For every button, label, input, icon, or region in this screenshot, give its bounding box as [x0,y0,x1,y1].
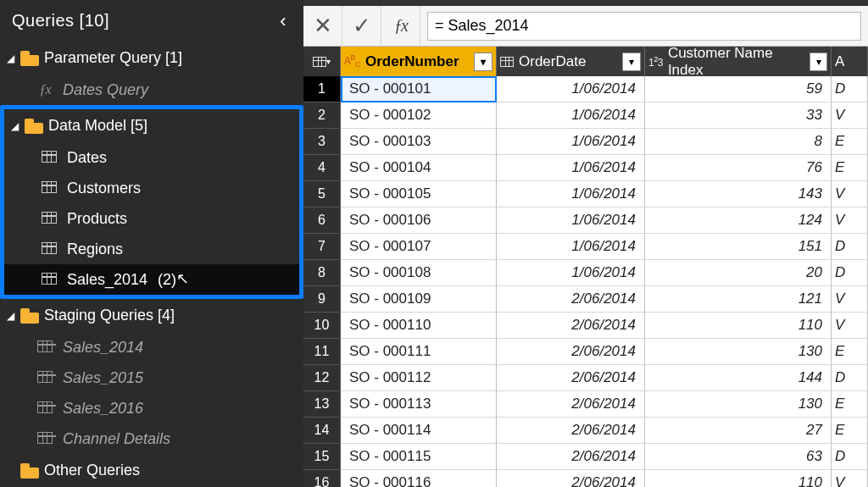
query-item[interactable]: Products [4,203,299,234]
accept-formula-button[interactable]: ✓ [342,6,381,46]
query-item[interactable]: Customers [4,173,299,203]
table-row[interactable]: 1SO - 0001011/06/201459D [303,76,868,102]
table-row[interactable]: 5SO - 0001051/06/2014143V [303,181,868,208]
query-item[interactable]: Dates [4,142,299,173]
cell[interactable]: SO - 000113 [341,391,497,418]
cell[interactable]: 124 [645,208,832,234]
cell[interactable]: V [832,208,868,234]
cell[interactable]: D [832,260,868,286]
group-2[interactable]: ◢Staging Queries [4] [0,299,303,332]
table-row[interactable]: 12SO - 0001122/06/2014144D [303,365,868,391]
row-number[interactable]: 5 [303,181,341,208]
formula-input[interactable] [427,12,861,41]
row-number[interactable]: 13 [303,391,341,418]
row-number[interactable]: 8 [303,260,341,286]
cell[interactable]: 1/06/2014 [497,234,645,260]
cell[interactable]: 1/06/2014 [497,208,645,234]
cell[interactable]: E [832,339,868,365]
table-row[interactable]: 10SO - 0001102/06/2014110V [303,313,868,339]
cell[interactable]: 2/06/2014 [497,470,645,487]
table-row[interactable]: 3SO - 0001031/06/20148E [303,129,868,155]
column-header-orderdate[interactable]: OrderDate ▾ [497,47,645,76]
cell[interactable]: 130 [645,391,832,418]
cell[interactable]: 1/06/2014 [497,181,645,208]
cell[interactable]: 2/06/2014 [497,286,645,313]
select-all-button[interactable]: ▾ [303,47,341,76]
table-row[interactable]: 15SO - 0001152/06/201463D [303,444,868,470]
cell[interactable]: 33 [645,102,832,129]
row-number[interactable]: 11 [303,339,341,365]
table-row[interactable]: 7SO - 0001071/06/2014151D [303,234,868,260]
cell[interactable]: 76 [645,155,832,181]
cell[interactable]: SO - 000114 [341,418,497,444]
row-number[interactable]: 14 [303,418,341,444]
row-number[interactable]: 16 [303,470,341,487]
cell[interactable]: 110 [645,313,832,339]
cell[interactable]: V [832,102,868,129]
cell[interactable]: SO - 000116 [341,470,497,487]
cell[interactable]: 27 [645,418,832,444]
cell[interactable]: SO - 000108 [341,260,497,286]
filter-dropdown-icon[interactable]: ▾ [622,53,641,71]
cell[interactable]: SO - 000102 [341,102,497,129]
cell[interactable]: V [832,286,868,313]
cell[interactable]: E [832,418,868,444]
table-row[interactable]: 13SO - 0001132/06/2014130E [303,391,868,418]
cell[interactable]: D [832,444,868,470]
table-row[interactable]: 8SO - 0001081/06/201420D [303,260,868,286]
row-number[interactable]: 7 [303,234,341,260]
cell[interactable]: 121 [645,286,832,313]
group-0[interactable]: ◢Parameter Query [1] [0,42,303,75]
filter-dropdown-icon[interactable]: ▾ [810,53,827,71]
cell[interactable]: 8 [645,129,832,155]
cell[interactable]: D [832,234,868,260]
table-row[interactable]: 14SO - 0001142/06/201427E [303,418,868,444]
cell[interactable]: SO - 000110 [341,313,497,339]
cell[interactable]: 2/06/2014 [497,444,645,470]
column-header-more[interactable]: A [832,47,868,76]
cell[interactable]: 2/06/2014 [497,313,645,339]
query-item[interactable]: Sales_2015 [0,362,303,393]
cell[interactable]: E [832,391,868,418]
row-number[interactable]: 1 [303,76,341,102]
filter-dropdown-icon[interactable]: ▾ [474,53,492,71]
query-item[interactable]: ƒxDates Query [0,75,303,105]
query-item[interactable]: Sales_2014↖X(2) [4,264,299,295]
cell[interactable]: SO - 000106 [341,208,497,234]
column-header-customerindex[interactable]: 123 Customer Name Index ▾ [645,47,832,76]
cell[interactable]: SO - 000105 [341,181,497,208]
table-row[interactable]: 16SO - 0001162/06/2014110V [303,470,868,487]
cell[interactable]: SO - 000104 [341,155,497,181]
cell[interactable]: 2/06/2014 [497,391,645,418]
cell[interactable]: V [832,181,868,208]
cell[interactable]: 110 [645,470,832,487]
cell[interactable]: 143 [645,181,832,208]
row-number[interactable]: 6 [303,208,341,234]
cell[interactable]: 1/06/2014 [497,155,645,181]
cell[interactable]: 1/06/2014 [497,129,645,155]
cell[interactable]: SO - 000109 [341,286,497,313]
cell[interactable]: D [832,76,868,102]
cancel-formula-button[interactable]: ✕ [303,6,342,46]
cell[interactable]: 1/06/2014 [497,76,645,102]
table-row[interactable]: 2SO - 0001021/06/201433V [303,102,868,129]
row-number[interactable]: 15 [303,444,341,470]
query-item[interactable]: Sales_2014 [0,332,303,362]
cell[interactable]: 2/06/2014 [497,418,645,444]
cell[interactable]: 151 [645,234,832,260]
cell[interactable]: 2/06/2014 [497,339,645,365]
cell[interactable]: V [832,470,868,487]
row-number[interactable]: 4 [303,155,341,181]
cell[interactable]: SO - 000107 [341,234,497,260]
group-1[interactable]: ◢Data Model [5] [4,109,299,142]
cell[interactable]: 1/06/2014 [497,102,645,129]
cell[interactable]: SO - 000115 [341,444,497,470]
row-number[interactable]: 2 [303,102,341,129]
group-3[interactable]: Other Queries [0,454,303,487]
column-header-ordernumber[interactable]: ABC OrderNumber ▾ [341,47,497,76]
collapse-pane-button[interactable]: ‹ [275,10,292,32]
table-row[interactable]: 6SO - 0001061/06/2014124V [303,208,868,234]
cell[interactable]: 2/06/2014 [497,365,645,391]
cell[interactable]: 144 [645,365,832,391]
query-item[interactable]: Regions [4,234,299,264]
